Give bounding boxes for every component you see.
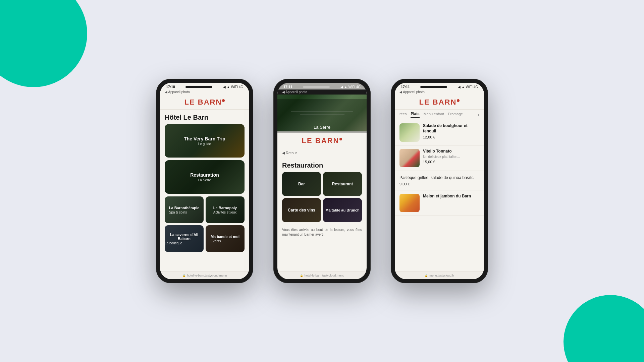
notch-2 xyxy=(303,86,330,88)
photo-overlay-2: La Serre xyxy=(277,99,367,133)
menu-item-price-vitello: 15,00 € xyxy=(423,160,479,164)
app-logo-3: LE BARN xyxy=(401,98,477,107)
card-subtitle-6: Events xyxy=(211,239,239,243)
rest-card-bar[interactable]: Bar xyxy=(282,172,321,196)
tab-menu-enfant[interactable]: Menu enfant xyxy=(424,112,444,117)
notch-1 xyxy=(185,86,212,88)
status-bar-2: 17:11 ◀ ▲ WiFi 4G xyxy=(277,83,367,89)
menu-item-info-salade: Salade de boulghour et fenouil 12,00 € xyxy=(423,123,479,139)
rest-card-vins[interactable]: Carte des vins xyxy=(282,198,321,222)
status-bar-3: 17:11 ◀ ▲ WiFi 4G xyxy=(395,83,484,89)
phone-1-screen: 17:10 ◀ ▲ WiFi 4G ◀ Appareil photo LE BA… xyxy=(160,83,249,279)
tab-fromage[interactable]: Fromage xyxy=(448,112,463,117)
tab-entrees[interactable]: rées xyxy=(399,112,407,117)
card-barnotherapie[interactable]: La Barnothérapie Spa & soins xyxy=(165,196,204,223)
rest-label-vins: Carte des vins xyxy=(288,208,315,213)
menu-item-salade[interactable]: Salade de boulghour et fenouil 12,00 € xyxy=(395,120,484,145)
notch-3 xyxy=(420,86,447,88)
tabs-chevron-right[interactable]: › xyxy=(478,112,479,117)
menu-item-melon[interactable]: Melon et jambon du Barn xyxy=(395,190,484,216)
rest-label-restaurant: Restaurant xyxy=(332,182,353,186)
phones-container: 17:10 ◀ ▲ WiFi 4G ◀ Appareil photo LE BA… xyxy=(156,79,488,283)
menu-item-name-pasteque: Pastèque grillée, salade de quinoa basil… xyxy=(399,175,479,181)
url-text-3: menu.tastycloud.fr xyxy=(429,274,454,277)
status-time-2: 17:11 xyxy=(283,85,292,89)
photo-label-2: La Serre xyxy=(314,125,330,130)
card-subtitle-5: La boutique xyxy=(165,241,204,245)
menu-items-list: Salade de boulghour et fenouil 12,00 € V… xyxy=(395,120,484,272)
card-subtitle-2: La Serre xyxy=(198,178,211,182)
card-title-6: Ma bande et moi xyxy=(211,235,239,239)
app-header-3: LE BARN xyxy=(395,95,484,110)
card-subtitle-3: Spa & soins xyxy=(169,210,199,214)
status-icons-3: ◀ ▲ WiFi 4G xyxy=(458,85,478,89)
card-title-5: La caverne d'Ali Babarn xyxy=(165,233,204,241)
status-bar-1: 17:10 ◀ ▲ WiFi 4G xyxy=(160,83,249,89)
status-time-3: 17:11 xyxy=(401,85,410,89)
url-text-2: hotel-le-barn.tastycloud.menu xyxy=(305,274,344,277)
app-logo-1: LE BARN xyxy=(167,98,243,107)
rest-card-brunch[interactable]: Ma table au Brunch xyxy=(323,198,362,222)
menu-item-pasteque[interactable]: Pastèque grillée, salade de quinoa basil… xyxy=(395,171,484,190)
lock-icon-2: 🔒 xyxy=(300,274,303,277)
rest-card-restaurant[interactable]: Restaurant xyxy=(323,172,362,196)
phone-2: 17:11 ◀ ▲ WiFi 4G ◀ Appareil photo xyxy=(273,79,371,283)
card-barnopoly[interactable]: Le Barnopoly Activités et jeux xyxy=(206,196,245,223)
menu-item-info-vitello: Vitello Tonnato Un délicieux plat italie… xyxy=(423,149,479,164)
page-title-1: Hôtel Le Barn xyxy=(160,110,249,124)
card-title-2: Restauration xyxy=(190,172,219,178)
rest-label-bar: Bar xyxy=(298,182,305,186)
rest-label-brunch: Ma table au Brunch xyxy=(325,208,359,212)
url-bar-1: 🔒 hotel-le-barn.tastycloud.menu xyxy=(160,272,249,279)
menu-item-img-salade xyxy=(399,123,420,142)
logo-dot-1 xyxy=(222,99,225,102)
tab-plats[interactable]: Plats xyxy=(411,112,419,118)
card-subtitle-1: Le guide xyxy=(198,142,211,146)
phone-1-content: Hôtel Le Barn The Very Barn Trip Le guid… xyxy=(160,110,249,272)
menu-item-img-melon xyxy=(399,194,420,212)
card-grid-small: La Barnothérapie Spa & soins Le Barnopol… xyxy=(165,196,245,252)
decorative-circle-top-left xyxy=(0,0,87,87)
phone-2-screen: 17:11 ◀ ▲ WiFi 4G ◀ Appareil photo xyxy=(277,83,367,279)
menu-item-img-vitello xyxy=(399,149,420,167)
app-header-1: LE BARN xyxy=(160,95,249,110)
app-logo-2: LE BARN xyxy=(284,136,360,145)
menu-item-desc-vitello: Un délicieux plat italien... xyxy=(423,155,479,159)
card-title-4: Le Barnopoly xyxy=(213,206,237,210)
decorative-circle-bottom-right xyxy=(564,295,644,362)
card-overlay-1: The Very Barn Trip Le guide xyxy=(165,124,245,158)
lock-icon-1: 🔒 xyxy=(182,274,186,277)
card-bande[interactable]: Ma bande et moi Events xyxy=(206,225,245,252)
phone-1: 17:10 ◀ ▲ WiFi 4G ◀ Appareil photo LE BA… xyxy=(156,79,253,283)
phone-2-content: ◀ Retour Restauration Bar Restaurant xyxy=(277,148,367,272)
url-text-1: hotel-le-barn.tastycloud.menu xyxy=(187,274,227,277)
card-title-3: La Barnothérapie xyxy=(169,206,199,210)
lock-icon-3: 🔒 xyxy=(425,274,428,277)
card-restauration[interactable]: Restauration La Serre xyxy=(165,160,245,194)
card-subtitle-4: Activités et jeux xyxy=(213,210,237,214)
phone-3: 17:11 ◀ ▲ WiFi 4G ◀ Appareil photo LE BA… xyxy=(391,79,488,283)
back-nav-3: ◀ Appareil photo xyxy=(395,89,484,95)
menu-item-vitello[interactable]: Vitello Tonnato Un délicieux plat italie… xyxy=(395,145,484,171)
menu-item-info-melon: Melon et jambon du Barn xyxy=(423,194,479,199)
retour-button[interactable]: ◀ Retour xyxy=(277,148,367,158)
logo-dot-3 xyxy=(457,99,460,102)
url-bar-3: 🔒 menu.tastycloud.fr xyxy=(395,272,484,279)
restauration-title: Restauration xyxy=(277,158,367,172)
restauration-grid: Bar Restaurant Carte des vins xyxy=(277,172,367,225)
photo-header-2: ◀ Appareil photo La Serre xyxy=(277,89,367,133)
back-nav-1: ◀ Appareil photo xyxy=(160,89,249,95)
card-very-barn-trip[interactable]: The Very Barn Trip Le guide xyxy=(165,124,245,158)
card-caverne[interactable]: La caverne d'Ali Babarn La boutique xyxy=(165,225,204,252)
url-bar-2: 🔒 hotel-le-barn.tastycloud.menu xyxy=(277,272,367,279)
restauration-footer: Vous êtes arrivés au bout de la lecture,… xyxy=(277,225,367,239)
menu-item-price-salade: 12,00 € xyxy=(423,135,479,139)
back-arrow-1: ◀ xyxy=(165,90,167,94)
card-overlay-2: Restauration La Serre xyxy=(165,160,245,194)
menu-item-name-melon: Melon et jambon du Barn xyxy=(423,194,479,199)
status-time-1: 17:10 xyxy=(166,85,175,89)
status-icons-2: ◀ ▲ WiFi 4G xyxy=(340,85,361,89)
card-title-1: The Very Barn Trip xyxy=(184,136,225,141)
menu-item-name-salade: Salade de boulghour et fenouil xyxy=(423,123,479,134)
menu-item-price-pasteque: 9,00 € xyxy=(399,182,479,186)
